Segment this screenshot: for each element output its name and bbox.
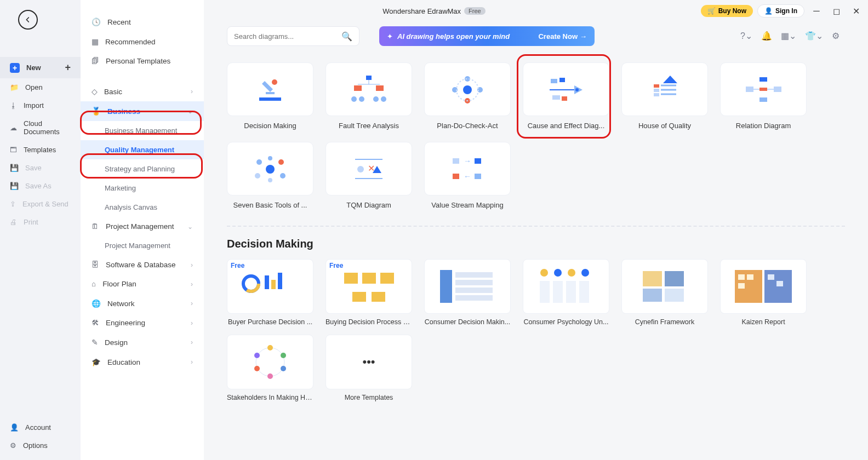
network-icon: 🌐 <box>92 299 101 308</box>
relation-icon <box>743 74 784 105</box>
free-tag: Free <box>231 262 244 269</box>
cat-project-sub[interactable]: Project Management <box>81 236 204 255</box>
svg-point-42 <box>255 173 260 179</box>
sidebar-item-templates[interactable]: 🗔 Templates <box>0 141 81 159</box>
cat-recommended[interactable]: ▦ Recommended <box>81 32 204 51</box>
example-more-templates[interactable]: ••• More Templates <box>326 335 412 401</box>
example-buyer-purchase[interactable]: Free Buyer Purchase Decision ... <box>227 259 313 326</box>
cycle-icon <box>448 74 487 105</box>
apps-icon[interactable]: ▦⌄ <box>781 31 796 41</box>
account-label: Account <box>25 423 51 432</box>
clock-icon: 🕓 <box>92 18 101 26</box>
svg-rect-60 <box>271 280 276 289</box>
cat-engineering[interactable]: 🛠 Engineering › <box>81 313 204 332</box>
cat-education[interactable]: 🎓 Education › <box>81 352 204 372</box>
template-relation[interactable]: Relation Diagram <box>720 62 807 130</box>
svg-rect-90 <box>776 281 783 286</box>
open-label: Open <box>25 83 43 91</box>
sidebar-item-new[interactable]: + New + <box>0 57 81 78</box>
sidebar-item-account[interactable]: 👤 Account <box>0 418 81 436</box>
search-icon[interactable]: 🔍 <box>341 31 352 42</box>
sidebar-item-options[interactable]: ⚙ Options <box>0 436 81 455</box>
import-label: Import <box>24 101 44 110</box>
template-cause-effect[interactable]: Cause and Effect Diag... <box>523 62 609 130</box>
svg-point-13 <box>463 85 472 94</box>
cat-software[interactable]: 🗄 Software & Database › <box>81 255 204 274</box>
template-seven-tools[interactable]: Seven Basic Tools of ... <box>227 142 313 209</box>
svg-rect-70 <box>455 288 493 293</box>
settings-icon[interactable]: ⚙ <box>832 31 840 41</box>
sidebar-item-import[interactable]: ⭳ Import <box>0 96 81 114</box>
sparkle-icon: ✦ <box>387 32 393 41</box>
example-consumer-decision[interactable]: Consumer Decision Makin... <box>424 259 511 326</box>
sidebar-item-open[interactable]: 📁 Open <box>0 78 81 96</box>
ai-banner[interactable]: ✦ AI drawing helps open your mind Create… <box>379 26 595 46</box>
create-label: Create Now <box>538 32 578 41</box>
plus-icon[interactable]: + <box>65 62 71 73</box>
help-icon[interactable]: ?⌄ <box>740 31 752 41</box>
svg-text:←: ← <box>464 172 471 181</box>
cat-business-mgmt[interactable]: Business Management <box>81 121 204 140</box>
templates-label: Templates <box>24 146 56 154</box>
example-label: Buying Decision Process O... <box>326 318 412 326</box>
svg-point-96 <box>254 366 260 371</box>
thumb-boxes-icon <box>336 264 402 308</box>
svg-marker-25 <box>663 76 677 83</box>
example-cynefin[interactable]: Cynefin Framework <box>621 259 708 326</box>
example-label: More Templates <box>326 394 412 401</box>
cat-basic[interactable]: ◇ Basic › <box>81 82 204 101</box>
template-house-quality[interactable]: House of Quality <box>621 62 708 130</box>
svg-point-41 <box>278 159 284 165</box>
svg-point-3 <box>272 79 277 85</box>
template-label: Relation Diagram <box>720 122 807 130</box>
cat-label: Floor Plan <box>102 280 136 288</box>
template-decision-making[interactable]: Decision Making <box>227 62 313 130</box>
export-icon: ⇪ <box>10 200 16 208</box>
svg-rect-78 <box>566 281 576 303</box>
example-stakeholders[interactable]: Stakeholders In Making He... <box>227 335 313 401</box>
svg-rect-23 <box>552 95 560 100</box>
print-icon: 🖨 <box>10 218 17 226</box>
template-fault-tree[interactable]: Fault Tree Analysis <box>326 62 412 130</box>
bell-icon[interactable]: 🔔 <box>761 31 772 41</box>
cat-label: Personal Templates <box>106 57 170 65</box>
ai-text: AI drawing helps open your mind <box>397 32 510 41</box>
svg-rect-77 <box>553 281 563 303</box>
cat-network[interactable]: 🌐 Network › <box>81 294 204 313</box>
svg-rect-61 <box>278 273 282 289</box>
cat-project[interactable]: 🗓 Project Management ⌄ <box>81 217 204 236</box>
cat-business[interactable]: 🏅 Business ⌄ <box>81 101 204 121</box>
back-button[interactable] <box>18 10 38 30</box>
create-now-button[interactable]: Create Now → <box>538 32 587 41</box>
svg-rect-83 <box>665 289 684 302</box>
example-kaizen[interactable]: Kaizen Report <box>720 259 807 326</box>
template-tqm[interactable]: ✕ TQM Diagram <box>326 142 412 209</box>
example-consumer-psych[interactable]: Consumer Psychology Un... <box>523 259 609 326</box>
template-value-stream[interactable]: →← Value Stream Mapping <box>424 142 511 209</box>
example-buying-process[interactable]: Free Buying Decision Process O... <box>326 259 412 326</box>
sidebar-item-cloud[interactable]: ☁ Cloud Documents <box>0 114 81 141</box>
search-input[interactable] <box>234 32 341 41</box>
fishbone-icon <box>544 74 588 105</box>
cat-marketing[interactable]: Marketing <box>81 179 204 198</box>
star-icon: ▦ <box>92 37 99 46</box>
cat-recent[interactable]: 🕓 Recent <box>81 12 204 32</box>
template-pdca[interactable]: Plan-Do-Check-Act <box>424 62 511 130</box>
svg-rect-55 <box>475 174 481 179</box>
search-box[interactable]: 🔍 <box>227 26 359 46</box>
cat-design[interactable]: ✎ Design › <box>81 332 204 352</box>
cat-personal[interactable]: 🗐 Personal Templates <box>81 51 204 71</box>
cat-floor[interactable]: ⌂ Floor Plan › <box>81 274 204 294</box>
cat-quality-management[interactable]: Quality Management <box>81 140 204 159</box>
svg-rect-79 <box>579 281 589 303</box>
svg-rect-82 <box>643 289 662 302</box>
cat-analysis-canvas[interactable]: Analysis Canvas <box>81 198 204 217</box>
cat-strategy[interactable]: Strategy and Planning <box>81 159 204 179</box>
shirt-icon[interactable]: 👕⌄ <box>805 31 823 41</box>
template-label: House of Quality <box>621 122 708 130</box>
sidebar-item-print: 🖨 Print <box>0 213 81 231</box>
svg-rect-67 <box>440 270 452 303</box>
free-tag: Free <box>329 262 343 269</box>
svg-point-12 <box>381 96 386 102</box>
chevron-right-icon: › <box>191 88 193 95</box>
